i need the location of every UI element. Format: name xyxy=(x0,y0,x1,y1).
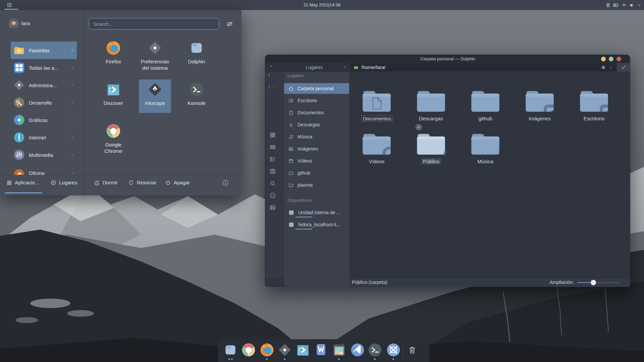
folder-publico[interactable]: Público xyxy=(416,131,446,165)
configure-icon[interactable] xyxy=(225,20,234,28)
minimize-button[interactable] xyxy=(601,57,606,61)
device-unidad-interna[interactable]: Unidad interna de ... xyxy=(284,207,349,218)
details-view-button[interactable] xyxy=(269,156,276,163)
folder-imagenes[interactable]: Imágenes xyxy=(524,88,555,122)
place-escritorio[interactable]: Escritorio xyxy=(284,95,349,106)
location-bar[interactable]: /home/lara/ xyxy=(350,63,616,71)
all-applications-icon xyxy=(13,61,25,74)
place-github[interactable]: github xyxy=(284,168,349,178)
restart-button[interactable]: Reiniciar xyxy=(128,179,156,186)
location-dropdown-icon[interactable] xyxy=(608,65,613,70)
maximize-button[interactable] xyxy=(609,57,613,61)
sidebar-item-administracion[interactable]: Administra... xyxy=(0,76,84,94)
sidebar-item-favoritos[interactable]: Favoritos xyxy=(11,42,77,59)
folder-descargas[interactable]: Descargas xyxy=(416,88,446,122)
battery-icon[interactable] xyxy=(612,2,619,8)
dock-system-settings-icon[interactable] xyxy=(277,343,292,357)
dock-image-viewer-icon[interactable] xyxy=(332,343,346,357)
compact-view-button[interactable] xyxy=(269,144,276,150)
volume-icon[interactable] xyxy=(629,2,635,8)
top-panel: 21 May 2022|14:36 xyxy=(0,0,644,10)
sidebar-item-desarrollo[interactable]: Desarrollo xyxy=(0,94,84,111)
place-musica[interactable]: Música xyxy=(284,131,349,142)
app-preferencias-del-sistema[interactable]: Preferencias del sistema xyxy=(134,40,176,71)
close-panel-icon[interactable] xyxy=(342,65,347,69)
status-text: Público (carpeta) xyxy=(352,278,387,287)
icons-view-button[interactable] xyxy=(269,132,276,138)
forward-history-dropdown-icon[interactable] xyxy=(272,85,276,89)
chevron-right-icon xyxy=(70,65,74,70)
back-history-dropdown-icon[interactable] xyxy=(272,73,276,77)
location-path[interactable]: /home/lara/ xyxy=(361,63,386,71)
clock[interactable]: 21 May 2022|14:36 xyxy=(0,0,644,10)
shutdown-button[interactable]: Apagar xyxy=(165,179,190,186)
folder-musica[interactable]: Música xyxy=(470,131,501,165)
folder-escritorio[interactable]: Escritorio xyxy=(579,88,609,122)
search-input[interactable] xyxy=(89,18,219,29)
active-tab-indicator xyxy=(5,192,42,193)
folder-documentos[interactable]: Documentos xyxy=(361,88,392,122)
avatar[interactable] xyxy=(9,19,19,29)
dock-discover-icon[interactable] xyxy=(296,343,310,357)
place-imagenes[interactable]: Imágenes xyxy=(284,143,349,154)
slider-thumb[interactable] xyxy=(591,280,596,285)
tray-expand-chevron-icon[interactable] xyxy=(637,2,642,8)
vertical-toolbar xyxy=(265,72,284,278)
inkscape-icon xyxy=(147,82,163,97)
dock-konsole-icon[interactable] xyxy=(368,343,382,357)
multimedia-icon xyxy=(13,148,25,161)
add-selection-badge[interactable] xyxy=(416,124,422,130)
folder-icon xyxy=(579,88,609,113)
app-discover[interactable]: Discover xyxy=(93,82,134,106)
wifi-icon[interactable] xyxy=(621,2,627,8)
search-button[interactable] xyxy=(269,180,276,187)
dock-trash-icon[interactable] xyxy=(408,345,417,355)
app-inkscape[interactable]: Inkscape xyxy=(134,82,176,106)
place-videos[interactable]: Vídeos xyxy=(284,156,349,166)
zoom-slider[interactable] xyxy=(577,278,620,287)
folder-icon-hovered xyxy=(416,131,446,156)
running-indicator xyxy=(284,358,285,360)
accept-location-button[interactable] xyxy=(617,63,630,72)
tab-lugares[interactable]: Lugares xyxy=(50,179,77,186)
close-button[interactable] xyxy=(616,57,621,61)
chevron-right-icon xyxy=(70,171,74,175)
device-fedora-localhost[interactable]: fedora_localhost-li... xyxy=(284,219,349,230)
place-carpeta-personal[interactable]: Carpeta personal xyxy=(284,83,349,94)
folder-github[interactable]: github xyxy=(470,88,501,122)
dock-google-chrome-icon[interactable] xyxy=(241,343,256,357)
sidebar-item-internet[interactable]: Internet xyxy=(0,129,84,146)
folder-videos[interactable]: Vídeos xyxy=(361,131,392,165)
dock-firefox-icon[interactable] xyxy=(260,343,274,357)
app-dolphin[interactable]: Dolphin xyxy=(176,40,217,65)
app-google-chrome[interactable]: Google Chrome xyxy=(93,123,134,154)
home-icon xyxy=(288,86,294,92)
sidebar-item-oficina[interactable]: Oficina xyxy=(0,164,84,175)
place-plasma[interactable]: plasma xyxy=(284,180,349,190)
app-firefox[interactable]: Firefox xyxy=(93,40,134,65)
preview-button[interactable] xyxy=(269,204,276,211)
forward-button[interactable] xyxy=(267,84,272,89)
back-button[interactable] xyxy=(267,72,272,77)
dock-dolphin-icon[interactable] xyxy=(223,343,238,357)
clipboard-icon[interactable] xyxy=(605,2,611,8)
more-options-button[interactable] xyxy=(269,192,276,199)
dock-xorg-icon[interactable] xyxy=(386,343,401,357)
collapse-sidebar-icon[interactable] xyxy=(222,179,229,186)
sidebar-item-graficos[interactable]: Gráficos xyxy=(0,111,84,129)
place-documentos[interactable]: Documentos xyxy=(284,107,349,118)
chevron-right-icon xyxy=(70,135,74,140)
stop-reload-icon[interactable] xyxy=(600,64,606,70)
folder-label: Escritorio xyxy=(582,115,606,122)
sidebar-item-multimedia[interactable]: Multimedia xyxy=(0,146,84,164)
sidebar-item-todas-las-aplicaciones[interactable]: Todas las a... xyxy=(0,59,84,76)
dock-vscode-icon[interactable] xyxy=(350,343,365,357)
tab-aplicaciones[interactable]: Aplicacio... xyxy=(6,179,39,186)
dock-writer-w-icon[interactable] xyxy=(314,343,328,357)
split-view-button[interactable] xyxy=(269,168,276,175)
sleep-button[interactable]: Dormir xyxy=(94,179,118,186)
app-konsole[interactable]: Konsole xyxy=(176,82,217,106)
place-descargas[interactable]: Descargas xyxy=(284,119,349,130)
chevron-right-icon xyxy=(70,48,74,53)
dolphin-window: Carpeta personal — Dolphin Lugares /home… xyxy=(265,55,630,287)
